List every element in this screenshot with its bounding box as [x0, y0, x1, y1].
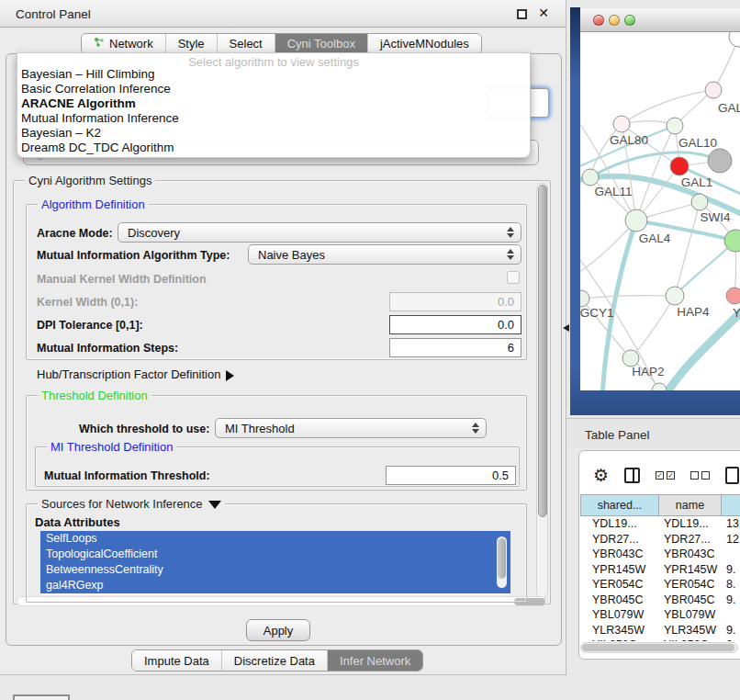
algorithm-option[interactable]: Basic Correlation Inference: [17, 82, 530, 96]
gear-icon[interactable]: ⚙: [593, 467, 609, 484]
table-row[interactable]: YDR27...YDR27...12: [580, 532, 740, 548]
network-window-titlebar[interactable]: [580, 7, 740, 32]
table-cell: 9.: [722, 593, 740, 608]
mi-algorithm-type-combo[interactable]: Naive Bayes: [248, 244, 521, 265]
tab-infer-network[interactable]: Infer Network: [328, 650, 422, 671]
network-node-label: GAL: [718, 101, 740, 115]
network-node[interactable]: [652, 383, 667, 390]
mi-threshold-field[interactable]: 0.5: [386, 466, 516, 485]
tab-network[interactable]: Network: [82, 34, 166, 53]
table-cell: 12: [722, 532, 740, 548]
table-toolbar: ⚙ ✓✓: [578, 457, 740, 492]
tab-discretize-data[interactable]: Discretize Data: [222, 650, 328, 671]
network-node[interactable]: [729, 32, 740, 47]
table-row[interactable]: YIL052CYIL052C0: [580, 638, 740, 641]
algorithm-option[interactable]: Bayesian – Hill Climbing: [17, 67, 530, 82]
attribute-list-item[interactable]: BetweennessCentrality: [40, 562, 510, 578]
table-row[interactable]: YBL079WYBL079W: [580, 607, 740, 623]
kernel-width-field[interactable]: 0.0: [389, 292, 521, 311]
select-all-columns-icon[interactable]: ✓✓: [656, 471, 675, 480]
table-cell: YIL052C: [659, 638, 722, 641]
network-node-label: Y: [733, 306, 740, 320]
table-row[interactable]: YER054CYER054C8.: [580, 577, 740, 593]
table-cell: YLR345W: [580, 623, 659, 638]
settings-vertical-scrollbar-thumb[interactable]: [538, 185, 547, 517]
table-header-row: shared... name: [580, 494, 740, 516]
table-horizontal-scrollbar-thumb[interactable]: [582, 644, 734, 651]
network-canvas[interactable]: GALGAL80GAL10GAL1GAL11SWI4GAL4GCY1HAP4YH…: [580, 32, 740, 390]
table-cell: YPR145W: [580, 562, 659, 578]
aracne-mode-combo[interactable]: Discovery: [118, 222, 521, 243]
which-threshold-combo[interactable]: MI Threshold: [215, 418, 487, 438]
table-cell: YIL052C: [580, 638, 659, 641]
network-node-label: HAP2: [632, 365, 664, 378]
attribute-list-item[interactable]: SelfLoops: [40, 531, 510, 547]
dpi-tolerance-label: DPI Tolerance [0,1]:: [37, 319, 143, 332]
control-panel-titlebar[interactable]: Control Panel ✕: [0, 0, 566, 28]
mouse-cursor: [563, 324, 569, 332]
network-node-gal4[interactable]: [625, 209, 647, 231]
network-node-gcy1[interactable]: [580, 290, 589, 307]
algorithm-option[interactable]: Mutual Information Inference: [17, 111, 530, 126]
column-header-cut[interactable]: [722, 494, 740, 516]
network-node-gal80[interactable]: [613, 116, 630, 132]
algorithm-option-list: Bayesian – Hill ClimbingBasic Correlatio…: [17, 67, 530, 155]
network-node-label: GAL4: [639, 231, 671, 245]
tab-jactivemnodules[interactable]: jActiveMNodules: [368, 34, 481, 53]
network-node-y[interactable]: [726, 288, 740, 304]
table-row[interactable]: YDL19...YDL19...13: [580, 516, 740, 532]
network-node-gal11[interactable]: [582, 169, 599, 186]
network-node-hap4[interactable]: [666, 287, 684, 305]
table-row[interactable]: YLR345WYLR345W9.: [580, 623, 740, 638]
kernel-width-label: Kernel Width (0,1):: [37, 296, 138, 309]
table-row[interactable]: YBR043CYBR043C: [580, 547, 740, 562]
dpi-tolerance-field[interactable]: 0.0: [389, 315, 521, 334]
table-row[interactable]: YBR045CYBR045C9.: [580, 593, 740, 608]
algorithm-option[interactable]: ARACNE Algorithm: [17, 96, 530, 111]
aracne-mode-label: Aracne Mode:: [37, 227, 113, 240]
minimize-traffic-light-icon[interactable]: [609, 15, 620, 26]
new-table-icon[interactable]: [725, 467, 739, 484]
table-cell: YER054C: [580, 577, 659, 593]
table-cell: YDL19...: [659, 516, 722, 532]
tab-select[interactable]: Select: [218, 34, 275, 53]
network-node-label: GAL10: [678, 136, 717, 150]
close-icon[interactable]: ✕: [538, 6, 549, 20]
tab-impute-data[interactable]: Impute Data: [132, 650, 222, 671]
tab-cyni-toolbox[interactable]: Cyni Toolbox: [275, 34, 368, 53]
algorithm-option[interactable]: Dream8 DC_TDC Algorithm: [17, 141, 530, 155]
which-threshold-label: Which threshold to use:: [79, 423, 209, 435]
table-cell: YBL079W: [659, 607, 722, 623]
cyni-bottom-tabbar: Impute Data Discretize Data Infer Networ…: [131, 649, 423, 672]
network-node-swi4[interactable]: [691, 194, 708, 210]
network-node-gal[interactable]: [705, 82, 722, 98]
hub-definition-expander[interactable]: Hub/Transcription Factor Definition: [37, 367, 234, 381]
float-panel-icon[interactable]: [517, 9, 527, 19]
table-cell: YDR27...: [659, 532, 722, 548]
network-node-gal1[interactable]: [670, 157, 689, 175]
tab-style[interactable]: Style: [166, 34, 218, 53]
network-node[interactable]: [708, 149, 732, 173]
attributes-scrollbar-thumb[interactable]: [498, 538, 506, 579]
network-node-gal10[interactable]: [667, 118, 683, 134]
algorithm-option[interactable]: Bayesian – K2: [17, 126, 530, 141]
apply-button[interactable]: Apply: [246, 619, 310, 641]
mi-steps-field[interactable]: 6: [389, 338, 521, 357]
column-header-shared-name[interactable]: shared...: [580, 494, 659, 516]
mi-threshold-definition-title: MI Threshold Definition: [47, 440, 176, 454]
split-columns-icon[interactable]: [624, 468, 640, 483]
attribute-list-item[interactable]: gal4RGexp: [40, 578, 510, 593]
table-cell: 13: [722, 516, 740, 532]
close-traffic-light-icon[interactable]: [593, 15, 604, 26]
table-row[interactable]: YPR145WYPR145W9.: [580, 562, 740, 578]
attribute-list-item[interactable]: TopologicalCoefficient: [40, 547, 510, 562]
sources-group-title[interactable]: Sources for Network Inference: [38, 497, 225, 511]
network-node-label: GAL11: [594, 185, 632, 198]
zoom-traffic-light-icon[interactable]: [624, 15, 635, 26]
deselect-all-columns-icon[interactable]: [690, 471, 710, 480]
network-edge: [675, 202, 700, 296]
docked-panel-icon[interactable]: [13, 694, 70, 700]
manual-kernel-width-checkbox[interactable]: [507, 271, 520, 284]
algorithm-definition-title: Algorithm Definition: [38, 198, 149, 211]
column-header-name[interactable]: name: [659, 494, 722, 516]
